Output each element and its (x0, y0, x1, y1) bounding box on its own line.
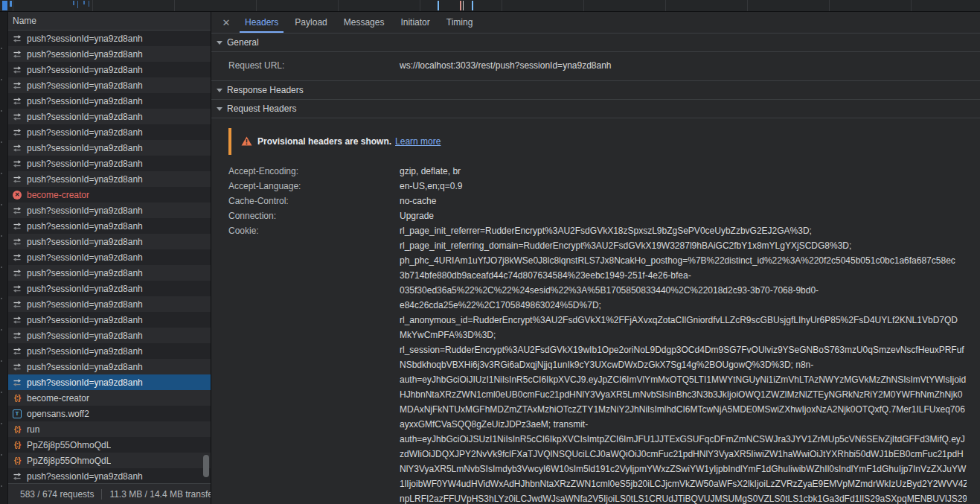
request-row[interactable]: push?sessionId=yna9zd8anh (8, 171, 211, 187)
request-row[interactable]: push?sessionId=yna9zd8anh (8, 93, 211, 109)
websocket-icon (13, 378, 22, 387)
websocket-icon (13, 50, 22, 59)
request-row[interactable]: push?sessionId=yna9zd8anh (8, 218, 211, 234)
name-column-label: Name (13, 16, 36, 26)
request-row[interactable]: {:}become-creator (8, 390, 211, 406)
header-row: Connection:Upgrade (228, 208, 967, 223)
section-general[interactable]: General (211, 34, 980, 52)
header-name: Accept-Encoding: (228, 164, 400, 179)
request-row[interactable]: push?sessionId=yna9zd8anh (8, 374, 211, 390)
websocket-icon (13, 347, 22, 356)
request-row[interactable]: push?sessionId=yna9zd8anh (8, 468, 211, 483)
request-row[interactable]: ✕become-creator (8, 187, 211, 202)
header-value: no-cache (400, 194, 967, 208)
request-row[interactable]: push?sessionId=yna9zd8anh (8, 328, 211, 343)
warning-text: Provisional headers are shown. (257, 136, 391, 147)
request-name: run (27, 424, 39, 435)
activity-mark (2, 1, 7, 10)
script-icon: {:} (13, 425, 22, 434)
section-response-headers[interactable]: Response Headers (211, 81, 980, 100)
font-icon: T (13, 409, 22, 418)
devtools-network-panel: Name push?sessionId=yna9zd8anhpush?sessi… (0, 0, 980, 504)
request-row[interactable]: push?sessionId=yna9zd8anh (8, 312, 211, 328)
warning-triangle-icon (241, 136, 252, 146)
chevron-down-icon (217, 41, 222, 45)
request-row[interactable]: push?sessionId=yna9zd8anh (8, 77, 211, 93)
request-name: push?sessionId=yna9zd8anh (27, 471, 143, 482)
header-row: Cache-Control:no-cache (228, 194, 967, 208)
websocket-icon (13, 206, 22, 215)
request-row[interactable]: {:}run (8, 421, 211, 437)
websocket-icon (13, 472, 22, 481)
request-name: PpZ6j8p55OhmoQdL (27, 440, 111, 450)
request-row[interactable]: push?sessionId=yna9zd8anh (8, 202, 211, 218)
request-name: opensans.woff2 (27, 409, 89, 419)
tab-headers[interactable]: Headers (237, 12, 286, 33)
activity-mark (472, 1, 473, 10)
details-tab-bar: ✕ HeadersPayloadMessagesInitiatorTiming (211, 12, 980, 34)
close-icon[interactable]: ✕ (216, 12, 237, 33)
request-row[interactable]: {:}PpZ6j8p55OhmoQdL (8, 453, 211, 468)
request-row[interactable]: push?sessionId=yna9zd8anh (8, 296, 211, 312)
request-row[interactable]: push?sessionId=yna9zd8anh (8, 156, 211, 171)
cookie-value-line: auth=eyJhbGciOiJSUzI1NiIsInR5cCI6IkpXVCI… (400, 432, 967, 447)
request-name: push?sessionId=yna9zd8anh (27, 159, 143, 169)
request-row[interactable]: {:}PpZ6j8p55OhmoQdL (8, 437, 211, 453)
network-overview-timeline[interactable] (0, 0, 980, 12)
websocket-icon (13, 300, 22, 309)
websocket-icon (13, 128, 22, 137)
cookie-value-line: MkYwCmPFA%3D%3D; (400, 328, 967, 342)
websocket-icon (13, 159, 22, 168)
request-row[interactable]: push?sessionId=yna9zd8anh (8, 359, 211, 374)
cookie-value-line: 1lIjoibWF0YW4udHVidWxAdHJhbnNtaXRzZWN1cm… (400, 476, 967, 491)
header-name: Request URL: (228, 60, 400, 71)
activity-mark (463, 1, 464, 10)
header-row: Cookie:rl_page_init_referrer=RudderEncry… (228, 223, 967, 504)
request-row[interactable]: push?sessionId=yna9zd8anh (8, 343, 211, 359)
activity-mark (77, 1, 78, 8)
name-column-header[interactable]: Name (8, 12, 211, 31)
request-row[interactable]: push?sessionId=yna9zd8anh (8, 46, 211, 62)
tab-payload[interactable]: Payload (286, 12, 335, 33)
learn-more-link[interactable]: Learn more (395, 136, 441, 147)
request-row[interactable]: push?sessionId=yna9zd8anh (8, 109, 211, 124)
tab-initiator[interactable]: Initiator (392, 12, 438, 33)
section-request-headers[interactable]: Request Headers (211, 100, 980, 118)
request-details-pane: ✕ HeadersPayloadMessagesInitiatorTiming … (211, 12, 980, 504)
tab-timing[interactable]: Timing (438, 12, 481, 33)
request-row[interactable]: push?sessionId=yna9zd8anh (8, 31, 211, 46)
request-name: push?sessionId=yna9zd8anh (27, 362, 143, 372)
request-name: PpZ6j8p55OhmoQdL (27, 456, 111, 466)
request-name: push?sessionId=yna9zd8anh (27, 174, 143, 185)
request-name: push?sessionId=yna9zd8anh (27, 127, 143, 138)
request-name: push?sessionId=yna9zd8anh (27, 112, 143, 122)
request-row[interactable]: push?sessionId=yna9zd8anh (8, 265, 211, 281)
chevron-down-icon (217, 89, 222, 92)
request-row[interactable]: push?sessionId=yna9zd8anh (8, 124, 211, 140)
chevron-down-icon (217, 107, 222, 111)
script-icon: {:} (13, 456, 22, 465)
request-url-row: Request URL: ws://localhost:3033/rest/pu… (211, 52, 980, 81)
activity-mark (73, 1, 74, 5)
activity-mark (83, 1, 85, 4)
request-row[interactable]: Topensans.woff2 (8, 406, 211, 421)
websocket-icon (13, 66, 22, 74)
request-name: push?sessionId=yna9zd8anh (27, 96, 143, 106)
cookie-value-line: 3b714bfe880db9aceafd44c74d807634584%23ee… (400, 268, 967, 283)
header-name: Accept-Language: (228, 179, 400, 194)
request-name: become-creator (27, 190, 89, 200)
request-row[interactable]: push?sessionId=yna9zd8anh (8, 281, 211, 296)
cookie-value-line: ph_phc_4URIAm1uYfJO7j8kWSe0J8lc8lqnstRLS… (400, 253, 967, 268)
cookie-value-line: ayxxGMfCVaSQQ8gZeUizJDPz3aeM; transmit- (400, 417, 967, 432)
sidebar-scrollbar-thumb[interactable] (203, 455, 209, 477)
request-row[interactable]: push?sessionId=yna9zd8anh (8, 62, 211, 77)
request-row[interactable]: push?sessionId=yna9zd8anh (8, 249, 211, 265)
websocket-icon (13, 222, 22, 231)
request-row[interactable]: push?sessionId=yna9zd8anh (8, 140, 211, 156)
left-gutter (0, 12, 8, 504)
tab-messages[interactable]: Messages (336, 12, 393, 33)
request-name: push?sessionId=yna9zd8anh (27, 80, 143, 91)
cookie-value-line: MDAxNjFkNTUxMGFhMDZmZTAxMzhiOTczZTY1MzNi… (400, 402, 967, 417)
request-row[interactable]: push?sessionId=yna9zd8anh (8, 234, 211, 249)
network-request-list-pane: Name push?sessionId=yna9zd8anhpush?sessi… (0, 12, 211, 504)
